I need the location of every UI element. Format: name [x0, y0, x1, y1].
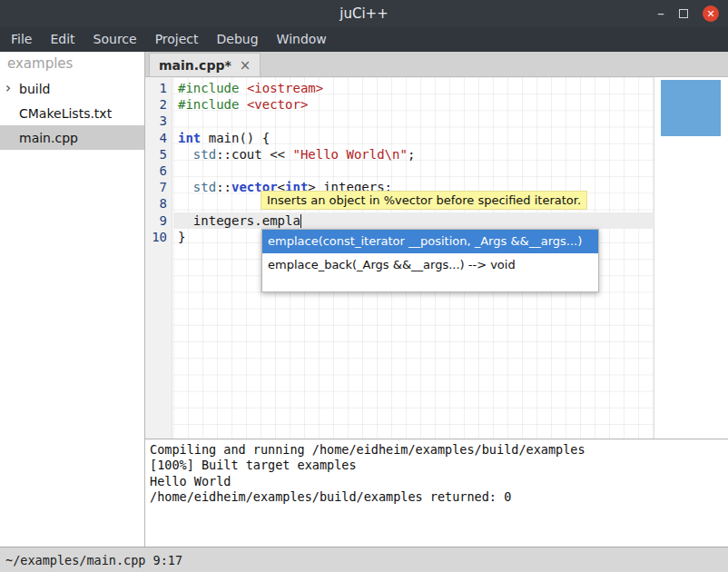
- menu-item-project[interactable]: Project: [146, 27, 208, 52]
- close-button[interactable]: ✕: [703, 5, 719, 22]
- menu-item-debug[interactable]: Debug: [208, 27, 268, 52]
- line-number: 5: [145, 146, 172, 163]
- app-window: juCi++ – ✕ FileEditSourceProjectDebugWin…: [0, 0, 728, 572]
- line-number: 1: [145, 80, 172, 96]
- completion-item[interactable]: emplace_back(_Args &&__args...) --> void: [262, 253, 598, 277]
- completion-popup: emplace(const_iterator __position, _Args…: [261, 229, 599, 292]
- token-plain: ::cout <<: [216, 147, 292, 162]
- code-line[interactable]: #include <vector>: [173, 96, 654, 113]
- tree-item-label: build: [19, 82, 50, 96]
- tree-item-label: CMakeLists.txt: [19, 106, 112, 121]
- titlebar: juCi++ – ✕: [0, 0, 728, 27]
- terminal-line: Compiling and running /home/eidheim/exam…: [150, 442, 728, 458]
- token-plain: main() {: [201, 131, 270, 145]
- code-line[interactable]: [173, 113, 654, 129]
- line-number: 6: [145, 163, 172, 179]
- token-plain: [178, 180, 193, 194]
- line-number: 8: [145, 195, 172, 212]
- token-pp: #include: [178, 81, 239, 95]
- window-controls: – ✕: [657, 0, 719, 27]
- terminal-line: /home/eidheim/examples/build/examples re…: [150, 489, 728, 505]
- build-output-panel[interactable]: Compiling and running /home/eidheim/exam…: [145, 439, 728, 547]
- tabbar: main.cpp* ×: [145, 52, 728, 77]
- token-pp: #include: [178, 97, 239, 112]
- code-line[interactable]: #include <iostream>: [173, 80, 654, 96]
- cursor-location-status: ~/examples/main.cpp 9:17: [5, 553, 182, 567]
- code-line[interactable]: [173, 163, 654, 179]
- completion-item[interactable]: emplace(const_iterator __position, _Args…: [262, 230, 598, 253]
- window-title: juCi++: [339, 5, 388, 22]
- tab-label: main.cpp*: [159, 58, 231, 73]
- menubar: FileEditSourceProjectDebugWindow: [0, 27, 728, 52]
- tab-main-cpp[interactable]: main.cpp* ×: [149, 53, 261, 76]
- token-str: "Hello World\n": [292, 147, 407, 162]
- statusbar: ~/examples/main.cpp 9:17: [0, 547, 728, 572]
- tree-item-build[interactable]: ›build: [0, 76, 144, 101]
- token-plain: [239, 97, 246, 112]
- menu-item-file[interactable]: File: [2, 27, 41, 52]
- code-line[interactable]: integers.empla: [173, 212, 654, 229]
- token-plain: ::: [216, 180, 231, 194]
- token-kw: int: [178, 131, 201, 145]
- token-ns: std: [193, 147, 216, 162]
- tree-item-main-cpp[interactable]: main.cpp: [0, 125, 144, 150]
- token-plain: integers.empla: [178, 213, 300, 228]
- token-plain: ;: [408, 147, 415, 162]
- tree-item-cmakelists-txt[interactable]: CMakeLists.txt: [0, 101, 144, 125]
- file-tree: ›buildCMakeLists.txtmain.cpp: [0, 76, 144, 150]
- minimize-button[interactable]: –: [657, 6, 664, 21]
- menu-item-source[interactable]: Source: [84, 27, 146, 52]
- token-plain: }: [178, 230, 185, 244]
- code-line[interactable]: int main() {: [173, 130, 654, 146]
- terminal-line: Hello World: [150, 474, 728, 489]
- line-number: 3: [145, 113, 172, 129]
- token-plain: [178, 147, 193, 162]
- maximize-button[interactable]: [679, 9, 688, 18]
- terminal-line: [100%] Built target examples: [150, 458, 728, 473]
- file-tree-sidebar: examples ›buildCMakeLists.txtmain.cpp: [0, 52, 145, 547]
- menu-item-edit[interactable]: Edit: [41, 27, 84, 52]
- text-caret: [300, 214, 302, 228]
- menu-item-window[interactable]: Window: [268, 27, 336, 52]
- scrollbar-thumb[interactable]: [661, 80, 721, 136]
- token-plain: [239, 81, 246, 95]
- token-str: <iostream>: [247, 81, 323, 95]
- tree-item-label: main.cpp: [19, 131, 78, 145]
- token-ns: std: [193, 180, 216, 194]
- line-number: 4: [145, 130, 172, 146]
- token-str: <vector>: [247, 97, 308, 112]
- chevron-right-icon: ›: [5, 82, 19, 95]
- line-number: 9: [145, 212, 172, 229]
- tab-close-icon[interactable]: ×: [240, 57, 251, 74]
- right-margin-line: [654, 77, 654, 439]
- line-number-gutter: 12345678910: [145, 77, 172, 439]
- code-line[interactable]: std::cout << "Hello World\n";: [173, 146, 654, 163]
- project-name-header: examples: [0, 52, 144, 76]
- line-number: 10: [145, 229, 172, 245]
- code-editor[interactable]: 12345678910 #include <iostream>#include …: [145, 77, 728, 439]
- code-area[interactable]: #include <iostream>#include <vector>int …: [173, 80, 654, 245]
- line-number: 2: [145, 96, 172, 113]
- line-number: 7: [145, 179, 172, 195]
- completion-doc-tooltip: Inserts an object in %vector before spec…: [261, 191, 587, 210]
